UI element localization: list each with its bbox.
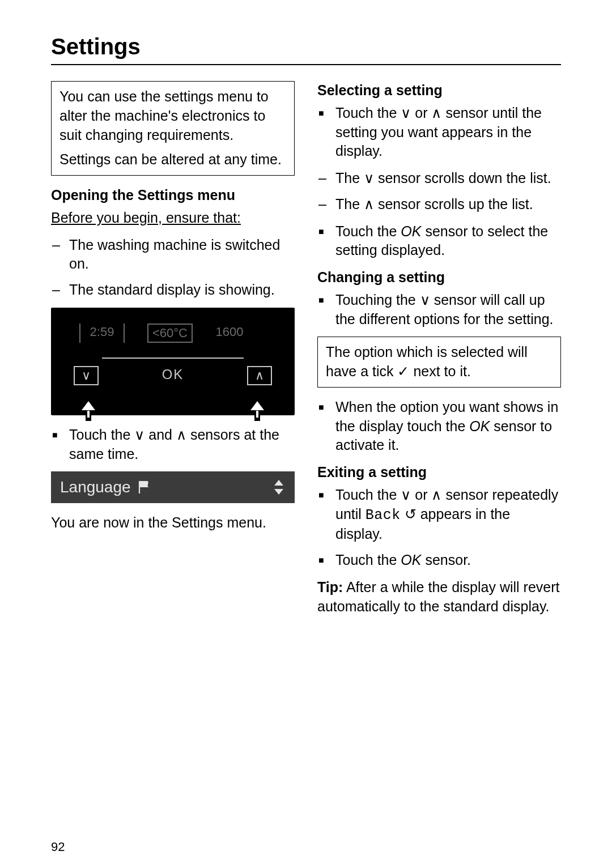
- left-column: You can use the settings menu to alter t…: [51, 81, 295, 856]
- selecting-dash-list: The ∨ sensor scrolls down the list. The …: [317, 169, 561, 214]
- now-in-settings: You are now in the Settings menu.: [51, 513, 295, 533]
- ok-sensor-label: OK: [99, 365, 247, 384]
- changing-list-2: When the option you want shows in the di…: [317, 398, 561, 455]
- up-down-arrows-icon: [272, 479, 286, 496]
- before-heading: Before you begin, ensure that:: [51, 209, 295, 228]
- list-item: Touching the ∨ sensor will call up the d…: [317, 291, 561, 329]
- list-item: Touch the ∨ or ∧ sensor until the settin…: [317, 104, 561, 161]
- tip-paragraph: Tip: After a while the display will reve…: [317, 578, 561, 616]
- tick-text: The option which is selected will have a…: [326, 343, 552, 381]
- intro-p2: Settings can be altered at any time.: [60, 150, 286, 169]
- selecting-heading: Selecting a setting: [317, 81, 561, 100]
- before-item: The standard display is showing.: [51, 280, 295, 300]
- opening-heading: Opening the Settings menu: [51, 186, 295, 205]
- display-time: 2:59: [79, 324, 125, 343]
- language-label: Language: [60, 476, 131, 498]
- page-title: Settings: [51, 34, 561, 59]
- title-rule: [51, 64, 561, 65]
- display-spin: 1600: [207, 324, 252, 343]
- display-row2: ∨ OK ∧: [74, 364, 272, 387]
- exiting-heading: Exiting a setting: [317, 463, 561, 482]
- selecting-list-1: Touch the ∨ or ∧ sensor until the settin…: [317, 104, 561, 161]
- selecting-list-2: Touch the OK sensor to select the settin…: [317, 222, 561, 261]
- display-line: [102, 358, 244, 359]
- exiting-list: Touch the ∨ or ∧ sensor repeatedly until…: [317, 486, 561, 570]
- before-item: The washing machine is switched on.: [51, 236, 295, 274]
- list-item: When the option you want shows in the di…: [317, 398, 561, 455]
- press-arrow-left-icon: [78, 398, 99, 412]
- flag-icon: [138, 480, 150, 494]
- tick-box: The option which is selected will have a…: [317, 337, 561, 388]
- list-item: The ∨ sensor scrolls down the list.: [317, 169, 561, 188]
- down-sensor-icon: ∨: [74, 366, 99, 385]
- up-sensor-icon: ∧: [247, 366, 272, 385]
- manual-page: Settings You can use the settings menu t…: [0, 0, 612, 868]
- list-item: Touch the OK sensor to select the settin…: [317, 222, 561, 261]
- list-item: The ∧ sensor scrolls up the list.: [317, 195, 561, 214]
- press-arrow-right-icon: [247, 398, 267, 412]
- intro-box: You can use the settings menu to alter t…: [51, 81, 295, 176]
- changing-heading: Changing a setting: [317, 268, 561, 287]
- changing-list-1: Touching the ∨ sensor will call up the d…: [317, 291, 561, 329]
- touch-both-item: Touch the ∨ and ∧ sensors at the same ti…: [51, 426, 295, 464]
- standard-display-figure: 2:59 <60°C 1600 ∨ OK ∧: [51, 308, 295, 415]
- display-temp: <60°C: [147, 324, 193, 343]
- intro-p1: You can use the settings menu to alter t…: [60, 87, 286, 144]
- tip-label: Tip:: [317, 579, 343, 595]
- two-column-layout: You can use the settings menu to alter t…: [51, 81, 561, 856]
- right-column: Selecting a setting Touch the ∨ or ∧ sen…: [317, 81, 561, 856]
- list-item: Touch the OK sensor.: [317, 551, 561, 570]
- language-menu-bar: Language: [51, 471, 295, 503]
- page-number: 92: [51, 839, 295, 856]
- before-list: The washing machine is switched on. The …: [51, 236, 295, 300]
- touch-both-list: Touch the ∨ and ∧ sensors at the same ti…: [51, 426, 295, 464]
- list-item: Touch the ∨ or ∧ sensor repeatedly until…: [317, 486, 561, 544]
